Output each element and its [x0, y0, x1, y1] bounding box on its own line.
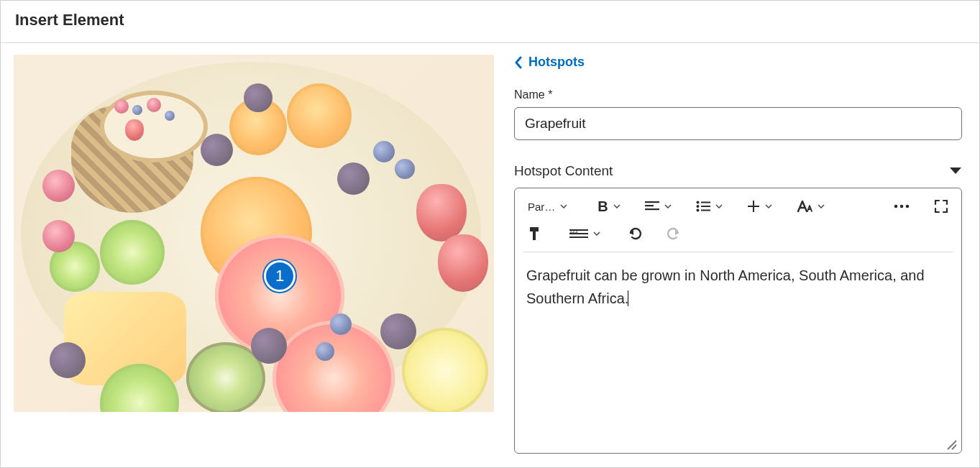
svg-text:123: 123 [569, 229, 578, 234]
text-caret [628, 290, 628, 306]
chevron-left-icon [514, 56, 523, 69]
name-label: Name * [514, 88, 962, 101]
editor-toolbar-row-1: Par… B [515, 188, 961, 220]
align-dropdown[interactable] [641, 196, 676, 217]
svg-line-20 [948, 441, 956, 449]
plus-icon [747, 200, 760, 213]
hotspot-marker-number: 1 [275, 267, 284, 285]
redo-button[interactable] [661, 223, 685, 244]
hotspot-image[interactable]: 1 [14, 55, 494, 412]
editor-text: Grapefruit can be grown in North America… [526, 267, 925, 306]
svg-point-7 [696, 209, 699, 212]
bold-icon: B [597, 198, 608, 215]
svg-rect-1 [645, 205, 654, 206]
redo-icon [665, 226, 681, 241]
svg-rect-6 [701, 206, 710, 207]
chevron-down-icon [715, 204, 723, 208]
undo-button[interactable] [623, 223, 648, 244]
svg-point-11 [894, 205, 898, 208]
svg-point-12 [900, 205, 904, 208]
line-style-dropdown[interactable]: 123 [565, 223, 605, 244]
svg-rect-8 [701, 210, 710, 211]
svg-rect-2 [645, 208, 659, 210]
chevron-down-icon [664, 204, 672, 208]
rich-text-editor: Par… B [514, 188, 962, 454]
format-painter-icon [528, 226, 542, 241]
paragraph-style-label: Par… [528, 201, 555, 213]
resize-grip-icon [945, 439, 957, 450]
editor-content[interactable]: Grapefruit can be grown in North America… [515, 252, 961, 453]
svg-point-13 [906, 205, 910, 208]
breadcrumb-hotspots[interactable]: Hotspots [514, 55, 962, 70]
align-left-icon [645, 201, 659, 212]
image-pane: 1 [14, 55, 494, 454]
name-input[interactable] [514, 107, 962, 140]
breadcrumb-label: Hotspots [528, 55, 585, 70]
fullscreen-icon [934, 199, 948, 214]
format-painter-button[interactable] [523, 223, 546, 244]
svg-rect-15 [533, 231, 536, 240]
svg-line-21 [952, 445, 956, 449]
svg-point-5 [696, 205, 699, 208]
dialog-body: 1 Hotspots Name * Hotspot Content [1, 43, 979, 467]
svg-rect-14 [530, 227, 539, 231]
ellipsis-icon [894, 204, 910, 208]
image-background [14, 55, 494, 412]
chevron-down-icon [818, 204, 825, 208]
dialog-title: Insert Element [15, 11, 965, 29]
fullscreen-button[interactable] [930, 196, 953, 217]
editor-toolbar-row-2: 123 [515, 220, 961, 252]
svg-rect-4 [701, 202, 710, 203]
insert-element-dialog: Insert Element [0, 0, 980, 468]
svg-rect-19 [569, 237, 588, 238]
list-dropdown[interactable] [692, 196, 727, 217]
caret-down-icon [949, 167, 962, 175]
more-actions-button[interactable] [889, 196, 914, 217]
chevron-down-icon [765, 204, 772, 208]
paragraph-style-dropdown[interactable]: Par… [523, 196, 572, 217]
undo-icon [628, 226, 644, 241]
insert-dropdown[interactable] [743, 196, 777, 217]
hotspot-marker-1[interactable]: 1 [264, 260, 296, 292]
font-dropdown[interactable] [792, 196, 829, 217]
hotspot-content-label: Hotspot Content [514, 163, 613, 179]
bold-button[interactable]: B [593, 196, 624, 217]
font-format-icon [797, 200, 812, 213]
properties-pane: Hotspots Name * Hotspot Content Par… [514, 55, 966, 454]
hotspot-content-header[interactable]: Hotspot Content [514, 163, 962, 179]
svg-point-3 [696, 201, 699, 204]
line-style-icon: 123 [569, 229, 588, 239]
svg-rect-10 [748, 206, 759, 207]
list-bullets-icon [696, 201, 710, 212]
chevron-down-icon [593, 231, 600, 236]
svg-rect-0 [645, 201, 659, 203]
dialog-header: Insert Element [1, 1, 979, 43]
chevron-down-icon [560, 204, 567, 208]
chevron-down-icon [613, 204, 620, 208]
